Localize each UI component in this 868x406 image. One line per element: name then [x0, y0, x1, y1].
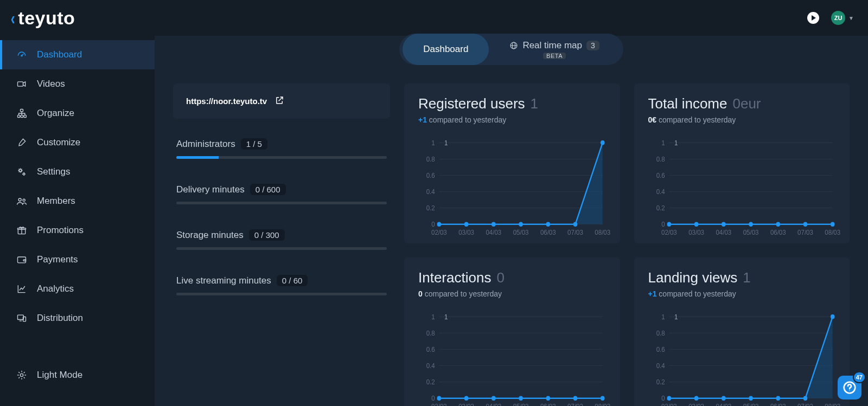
- sidebar-item-label: Light Mode: [37, 370, 82, 381]
- play-icon: [811, 15, 816, 21]
- video-icon: [16, 79, 27, 89]
- tab-realtime-map[interactable]: Real time map 3 BETA: [489, 34, 620, 65]
- svg-point-136: [803, 396, 807, 400]
- tab-dashboard[interactable]: Dashboard: [403, 34, 489, 65]
- svg-line-24: [24, 377, 24, 378]
- card-title: Total income: [648, 95, 727, 112]
- svg-text:0.4: 0.4: [656, 362, 665, 370]
- svg-point-78: [464, 396, 469, 400]
- svg-point-108: [776, 222, 780, 226]
- delta: 0€: [648, 115, 657, 124]
- svg-text:02/03: 02/03: [661, 402, 676, 406]
- svg-text:07/03: 07/03: [797, 228, 813, 236]
- devices-icon: [16, 313, 27, 324]
- users-icon: [16, 196, 27, 207]
- quota-label: Administrators: [176, 139, 235, 150]
- svg-point-52: [492, 222, 496, 226]
- svg-point-8: [23, 173, 25, 175]
- svg-text:07/03: 07/03: [797, 402, 813, 406]
- svg-text:03/03: 03/03: [458, 402, 474, 406]
- svg-text:0.8: 0.8: [426, 155, 435, 163]
- sidebar-item-analytics[interactable]: Analytics: [0, 274, 155, 304]
- svg-point-133: [722, 396, 726, 400]
- brush-icon: [16, 137, 27, 148]
- sidebar-item-light-mode[interactable]: Light Mode: [0, 360, 155, 390]
- brand-logo: ‹ teyuto: [10, 8, 75, 29]
- svg-text:07/03: 07/03: [567, 402, 583, 406]
- sun-icon: [16, 370, 27, 381]
- svg-point-107: [749, 222, 753, 226]
- quota-delivery-minutes: Delivery minutes0 / 600: [176, 181, 387, 204]
- svg-text:03/03: 03/03: [458, 228, 474, 236]
- svg-text:02/03: 02/03: [661, 228, 676, 236]
- svg-point-131: [667, 396, 671, 400]
- svg-text:1: 1: [674, 139, 678, 147]
- open-external-button[interactable]: [275, 95, 284, 107]
- sidebar-item-videos[interactable]: Videos: [0, 69, 155, 99]
- svg-text:0.4: 0.4: [426, 188, 435, 196]
- delta: +1: [648, 289, 657, 298]
- sidebar-item-organize[interactable]: Organize: [0, 99, 155, 128]
- svg-text:08/03: 08/03: [595, 228, 610, 236]
- sidebar-item-label: Organize: [37, 108, 74, 119]
- svg-text:0.8: 0.8: [426, 329, 435, 337]
- quota-bar: [176, 293, 387, 295]
- quota-value: 1 / 5: [241, 138, 267, 150]
- svg-text:08/03: 08/03: [825, 402, 840, 406]
- chart-registered: 00.20.40.60.81102/0303/0304/0305/0306/03…: [418, 139, 606, 237]
- sidebar-item-promotions[interactable]: Promotions: [0, 216, 155, 245]
- quota-live-streaming-minutes: Live streaming minutes0 / 60: [176, 272, 387, 295]
- svg-text:04/03: 04/03: [716, 228, 731, 236]
- play-button[interactable]: [807, 12, 819, 24]
- help-button[interactable]: 47: [838, 376, 861, 399]
- channel-url-card: https://noor.teyuto.tv: [173, 83, 390, 119]
- quota-list: Administrators1 / 5Delivery minutes0 / 6…: [173, 135, 390, 295]
- sidebar: DashboardVideosOrganizeCustomizeSettings…: [0, 36, 155, 406]
- help-icon: [843, 381, 857, 395]
- svg-point-55: [573, 222, 578, 226]
- quota-bar: [176, 247, 387, 250]
- sidebar-item-distribution[interactable]: Distribution: [0, 304, 155, 333]
- svg-point-106: [722, 222, 726, 226]
- svg-text:06/03: 06/03: [540, 228, 556, 236]
- wallet-icon: [16, 254, 27, 265]
- card-registered-users: Registered users 1 +1 compared to yester…: [404, 83, 620, 243]
- svg-text:0.6: 0.6: [426, 171, 435, 179]
- svg-point-105: [694, 222, 698, 226]
- svg-text:0.4: 0.4: [656, 188, 665, 196]
- chart-interactions: 00.20.40.60.81102/0303/0304/0305/0306/03…: [418, 313, 606, 406]
- sitemap-icon: [16, 108, 27, 119]
- svg-text:0: 0: [431, 394, 435, 402]
- svg-point-110: [830, 222, 834, 226]
- svg-point-77: [437, 396, 442, 400]
- card-title: Landing views: [648, 269, 738, 286]
- logo-chevron-icon: ‹: [11, 9, 15, 27]
- svg-text:1: 1: [661, 313, 665, 321]
- card-total-income: Total income 0eur 0€ compared to yesterd…: [634, 83, 850, 243]
- svg-text:0.2: 0.2: [656, 378, 665, 386]
- beta-badge: BETA: [543, 53, 566, 59]
- sidebar-item-label: Customize: [37, 137, 80, 148]
- svg-point-10: [23, 199, 25, 201]
- sidebar-item-label: Analytics: [37, 283, 74, 294]
- svg-text:03/03: 03/03: [688, 228, 704, 236]
- chart-icon: [16, 283, 27, 294]
- caret-down-icon: ▼: [848, 15, 854, 21]
- sidebar-item-customize[interactable]: Customize: [0, 128, 155, 157]
- globe-icon: [509, 41, 518, 50]
- sidebar-item-dashboard[interactable]: Dashboard: [0, 40, 155, 69]
- card-subtitle: +1 compared to yesterday: [648, 289, 836, 298]
- external-link-icon: [275, 95, 284, 105]
- card-value: 1: [743, 269, 750, 286]
- svg-rect-3: [21, 109, 23, 112]
- chart-landing: 00.20.40.60.81102/0303/0304/0305/0306/03…: [648, 313, 836, 406]
- sidebar-item-payments[interactable]: Payments: [0, 245, 155, 274]
- sidebar-item-settings[interactable]: Settings: [0, 157, 155, 186]
- quota-administrators: Administrators1 / 5: [176, 135, 387, 159]
- user-menu[interactable]: zu ▼: [831, 11, 854, 25]
- svg-point-104: [667, 222, 671, 226]
- svg-text:07/03: 07/03: [567, 228, 583, 236]
- sidebar-item-members[interactable]: Members: [0, 186, 155, 216]
- cogs-icon: [16, 166, 27, 177]
- svg-text:0.6: 0.6: [656, 171, 665, 179]
